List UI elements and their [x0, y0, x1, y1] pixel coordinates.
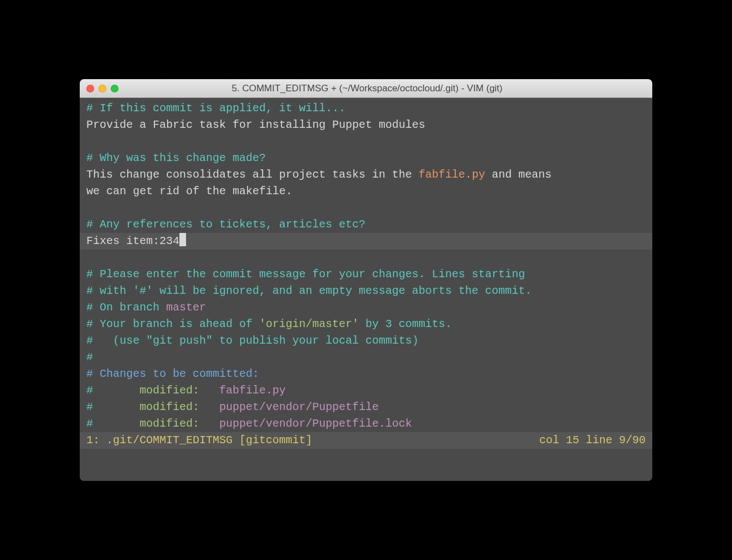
modified-label: modified: — [140, 384, 219, 397]
editor-line — [80, 133, 652, 150]
editor-line — [80, 200, 652, 216]
editor-area[interactable]: # If this commit is applied, it will... … — [80, 98, 652, 481]
branch-name: master — [166, 301, 206, 314]
editor-line: # with '#' will be ignored, and an empty… — [80, 283, 652, 299]
modified-label: modified: — [140, 417, 219, 430]
comment-text: # If this commit is applied, it will... — [86, 102, 346, 115]
editor-line: # On branch master — [80, 299, 652, 316]
comment-text: # (use "git push" to publish your local … — [86, 334, 419, 347]
cursor-line: Fixes item:234 — [80, 233, 652, 250]
window-titlebar[interactable]: 5. COMMIT_EDITMSG + (~/Workspace/octoclo… — [80, 79, 652, 98]
changes-header: # Changes to be committed: — [86, 367, 259, 380]
reference-text: Fixes item:234 — [86, 235, 179, 247]
editor-line: # modified: puppet/vendor/Puppetfile.loc… — [80, 416, 652, 432]
editor-line: # (use "git push" to publish your local … — [80, 333, 652, 349]
editor-line: # Any references to tickets, articles et… — [80, 216, 652, 233]
editor-line: we can get rid of the makefile. — [80, 183, 652, 200]
filename-highlight: fabfile.py — [419, 168, 485, 181]
file-path: fabfile.py — [219, 384, 286, 397]
comment-text: # — [86, 351, 93, 364]
editor-bottom-pad — [80, 449, 652, 481]
comment-text: # Please enter the commit message for yo… — [86, 268, 525, 281]
terminal-window: 5. COMMIT_EDITMSG + (~/Workspace/octoclo… — [80, 79, 652, 481]
file-path: puppet/vendor/Puppetfile — [219, 401, 379, 413]
editor-line: This change consolidates all project tas… — [80, 167, 652, 183]
window-title: 5. COMMIT_EDITMSG + (~/Workspace/octoclo… — [89, 83, 646, 94]
modified-label: modified: — [140, 401, 219, 413]
editor-line: # Please enter the commit message for yo… — [80, 266, 652, 283]
editor-line: # — [80, 349, 652, 366]
cursor-icon — [179, 233, 186, 246]
comment-text: # Why was this change made? — [86, 152, 266, 164]
editor-line: # If this commit is applied, it will... — [80, 100, 652, 117]
editor-line: # modified: puppet/vendor/Puppetfile — [80, 399, 652, 416]
editor-line: Provide a Fabric task for installing Pup… — [80, 117, 652, 133]
comment-text: # with '#' will be ignored, and an empty… — [86, 284, 532, 297]
comment-text: # Any references to tickets, articles et… — [86, 218, 365, 231]
file-path: puppet/vendor/Puppetfile.lock — [219, 417, 412, 430]
remote-branch: 'origin/master' — [259, 318, 359, 330]
commit-subject: Provide a Fabric task for installing Pup… — [86, 118, 425, 131]
editor-line: # Your branch is ahead of 'origin/master… — [80, 316, 652, 333]
status-position: col 15 line 9/90 — [539, 432, 646, 449]
vim-statusbar: 1: .git/COMMIT_EDITMSG [gitcommit] col 1… — [80, 432, 652, 449]
editor-line: # modified: fabfile.py — [80, 382, 652, 399]
editor-line: # Changes to be committed: — [80, 366, 652, 382]
status-file: 1: .git/COMMIT_EDITMSG [gitcommit] — [86, 432, 312, 449]
editor-line: # Why was this change made? — [80, 150, 652, 167]
editor-line — [80, 250, 652, 266]
